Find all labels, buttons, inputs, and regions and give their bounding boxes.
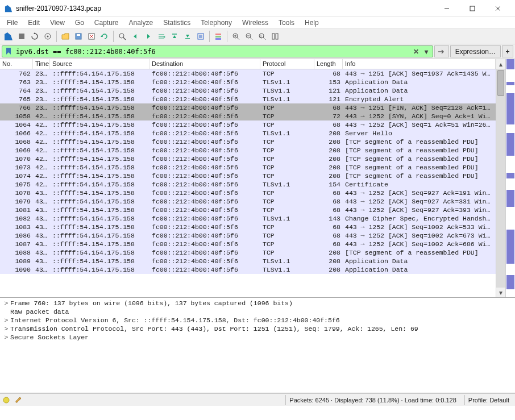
details-item[interactable]: >Frame 760: 137 bytes on wire (1096 bits… — [2, 299, 513, 307]
filter-dropdown-icon[interactable]: ▾ — [421, 48, 431, 56]
find-packet-button[interactable] — [116, 30, 128, 43]
colorize-button[interactable] — [212, 30, 225, 43]
clear-filter-icon[interactable]: ✕ — [411, 48, 421, 56]
packet-row[interactable]: 76223…::ffff:54.154.175.158fc00::212:4b0… — [0, 69, 496, 78]
svg-point-6 — [47, 35, 49, 37]
apply-filter-button[interactable] — [434, 45, 449, 57]
go-last-button[interactable] — [181, 30, 194, 43]
menu-file[interactable]: File — [2, 18, 22, 28]
go-first-button[interactable] — [168, 30, 181, 43]
packet-list-pane: No. Time Source Destination Protocol Len… — [0, 59, 515, 298]
packet-row[interactable]: 108743…::ffff:54.154.175.158fc00::212:4b… — [0, 240, 496, 248]
menu-help[interactable]: Help — [300, 18, 323, 28]
packet-row[interactable]: 76323…::ffff:54.154.175.158fc00::212:4b0… — [0, 78, 496, 86]
start-capture-button[interactable] — [2, 30, 15, 43]
packet-row[interactable]: 107042…::ffff:54.154.175.158fc00::212:4b… — [0, 155, 496, 163]
scroll-up-icon[interactable]: ▴ — [496, 59, 505, 69]
svg-rect-25 — [215, 38, 221, 40]
zoom-reset-button[interactable]: 1 — [256, 30, 268, 43]
menu-telephony[interactable]: Telephony — [196, 18, 236, 28]
packet-row[interactable]: 106942…::ffff:54.154.175.158fc00::212:4b… — [0, 146, 496, 155]
col-header-length[interactable]: Length — [314, 59, 343, 69]
col-header-protocol[interactable]: Protocol — [260, 59, 314, 69]
packet-row[interactable]: 107442…::ffff:54.154.175.158fc00::212:4b… — [0, 172, 496, 180]
go-forward-button[interactable] — [142, 30, 155, 43]
col-header-no[interactable]: No. — [0, 59, 33, 69]
packet-row[interactable]: 106642…::ffff:54.154.175.158fc00::212:4b… — [0, 129, 496, 138]
packet-row[interactable]: 105842…::ffff:54.154.175.158fc00::212:4b… — [0, 112, 496, 120]
details-item[interactable]: Raw packet data — [2, 307, 513, 316]
menu-capture[interactable]: Capture — [90, 18, 123, 28]
menu-analyze[interactable]: Analyze — [124, 18, 158, 28]
packet-row[interactable]: 76623…::ffff:54.154.175.158fc00::212:4b0… — [0, 103, 496, 112]
packet-row[interactable]: 107943…::ffff:54.154.175.158fc00::212:4b… — [0, 197, 496, 206]
stop-capture-button[interactable] — [15, 30, 28, 43]
zoom-in-button[interactable] — [230, 30, 242, 43]
expression-button[interactable]: Expression… — [450, 45, 501, 57]
packet-list-header[interactable]: No. Time Source Destination Protocol Len… — [0, 59, 496, 69]
packet-row[interactable]: 107342…::ffff:54.154.175.158fc00::212:4b… — [0, 163, 496, 172]
edit-capture-comment-icon[interactable] — [15, 396, 23, 404]
packet-list-scrollbar[interactable]: ▴ ▾ — [496, 59, 505, 297]
capture-options-button[interactable] — [41, 30, 54, 43]
scroll-down-icon[interactable]: ▾ — [496, 288, 505, 297]
open-file-button[interactable] — [59, 30, 72, 43]
svg-rect-4 — [19, 34, 24, 39]
packet-row[interactable]: 108643…::ffff:54.154.175.158fc00::212:4b… — [0, 231, 496, 240]
packet-row[interactable]: 108343…::ffff:54.154.175.158fc00::212:4b… — [0, 223, 496, 231]
auto-scroll-button[interactable] — [194, 30, 207, 43]
details-item[interactable]: >Internet Protocol Version 6, Src: ::fff… — [2, 316, 513, 325]
scroll-track[interactable] — [496, 69, 505, 288]
details-item[interactable]: >Secure Sockets Layer — [2, 333, 513, 342]
status-profile[interactable]: Profile: Default — [464, 395, 513, 405]
svg-rect-36 — [272, 34, 275, 39]
col-header-destination[interactable]: Destination — [149, 59, 260, 69]
menu-view[interactable]: View — [45, 18, 69, 28]
packet-list[interactable]: No. Time Source Destination Protocol Len… — [0, 59, 496, 297]
display-filter-input[interactable] — [15, 47, 411, 57]
col-header-source[interactable]: Source — [50, 59, 149, 69]
packet-row[interactable]: 107843…::ffff:54.154.175.158fc00::212:4b… — [0, 189, 496, 197]
restart-capture-button[interactable] — [28, 30, 41, 43]
packet-details-pane[interactable]: >Frame 760: 137 bytes on wire (1096 bits… — [0, 298, 515, 393]
go-back-button[interactable] — [129, 30, 142, 43]
svg-rect-1 — [470, 6, 475, 11]
menu-go[interactable]: Go — [70, 18, 89, 28]
bookmark-icon[interactable] — [5, 47, 14, 56]
maximize-button[interactable] — [459, 1, 485, 16]
chevron-right-icon: > — [2, 300, 10, 307]
expert-info-icon[interactable] — [2, 396, 10, 404]
menu-tools[interactable]: Tools — [274, 18, 299, 28]
svg-point-38 — [3, 397, 9, 403]
zoom-out-button[interactable] — [243, 30, 255, 43]
packet-row[interactable]: 108243…::ffff:54.154.175.158fc00::212:4b… — [0, 214, 496, 223]
packet-row[interactable]: 106842…::ffff:54.154.175.158fc00::212:4b… — [0, 138, 496, 146]
resize-columns-button[interactable] — [269, 30, 281, 43]
menu-statistics[interactable]: Statistics — [159, 18, 195, 28]
minimize-button[interactable] — [434, 1, 459, 16]
packet-row[interactable]: 108143…::ffff:54.154.175.158fc00::212:4b… — [0, 206, 496, 214]
reload-file-button[interactable] — [98, 30, 111, 43]
close-file-button[interactable] — [85, 30, 98, 43]
go-to-packet-button[interactable] — [155, 30, 168, 43]
details-item[interactable]: >Transmission Control Protocol, Src Port… — [2, 325, 513, 333]
add-filter-button[interactable]: + — [502, 45, 513, 57]
packet-row[interactable]: 109043…::ffff:54.154.175.158fc00::212:4b… — [0, 265, 496, 274]
chevron-right-icon: > — [2, 325, 10, 332]
packet-row[interactable]: 106442…::ffff:54.154.175.158fc00::212:4b… — [0, 120, 496, 129]
col-header-time[interactable]: Time — [33, 59, 50, 69]
save-file-button[interactable] — [72, 30, 85, 43]
menu-wireless[interactable]: Wireless — [238, 18, 273, 28]
svg-line-27 — [237, 38, 239, 40]
packet-row[interactable]: 76523…::ffff:54.154.175.158fc00::212:4b0… — [0, 95, 496, 103]
packet-row[interactable]: 107542…::ffff:54.154.175.158fc00::212:4b… — [0, 180, 496, 189]
svg-rect-24 — [215, 36, 221, 38]
menu-edit[interactable]: Edit — [23, 18, 44, 28]
packet-row[interactable]: 76423…::ffff:54.154.175.158fc00::212:4b0… — [0, 86, 496, 95]
col-header-info[interactable]: Info — [343, 59, 496, 69]
scroll-thumb[interactable] — [497, 70, 504, 96]
packet-minimap[interactable] — [505, 59, 515, 297]
packet-row[interactable]: 108943…::ffff:54.154.175.158fc00::212:4b… — [0, 257, 496, 265]
close-button[interactable] — [485, 1, 510, 16]
packet-row[interactable]: 108843…::ffff:54.154.175.158fc00::212:4b… — [0, 248, 496, 257]
